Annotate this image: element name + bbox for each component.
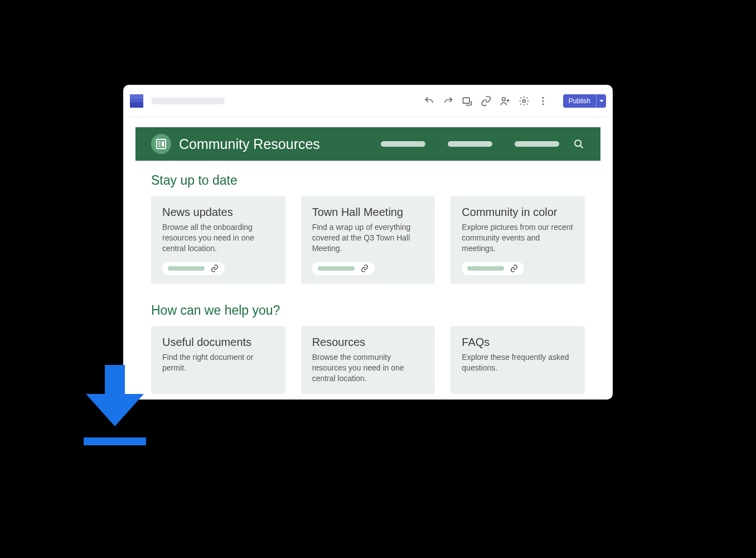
svg-point-8 <box>542 103 544 105</box>
svg-rect-11 <box>158 143 161 145</box>
settings-icon[interactable] <box>518 95 530 107</box>
nav-item-3[interactable] <box>515 141 559 147</box>
card-news-updates[interactable]: News updates Browse all the onboarding r… <box>151 196 285 284</box>
site-header: Community Resources <box>135 127 600 161</box>
card-link-chip[interactable] <box>312 262 375 275</box>
card-link-chip[interactable] <box>162 262 225 275</box>
sites-app-icon[interactable] <box>130 94 143 108</box>
nav-item-2[interactable] <box>448 141 492 147</box>
site-title[interactable]: Community Resources <box>179 136 320 152</box>
preview-icon[interactable] <box>462 95 473 107</box>
svg-rect-2 <box>130 94 143 99</box>
card-title: Useful documents <box>162 336 274 349</box>
card-title: Town Hall Meeting <box>312 206 424 219</box>
publish-button[interactable]: Publish <box>563 94 596 108</box>
app-window: Publish Community Resources Stay up to d… <box>123 85 613 400</box>
more-icon[interactable] <box>537 95 549 107</box>
card-desc: Find a wrap up of everything covered at … <box>312 222 424 254</box>
doc-title-input[interactable] <box>151 98 225 104</box>
chip-text-placeholder <box>168 266 205 271</box>
link-icon <box>510 264 518 273</box>
svg-rect-9 <box>157 140 166 149</box>
section-title-2[interactable]: How can we help you? <box>151 303 585 318</box>
nav-item-1[interactable] <box>381 141 425 147</box>
svg-point-7 <box>542 100 544 102</box>
card-town-hall[interactable]: Town Hall Meeting Find a wrap up of ever… <box>301 196 435 284</box>
publish-split-button: Publish <box>563 94 606 108</box>
redo-icon[interactable] <box>443 95 454 107</box>
site-canvas: Community Resources Stay up to date News… <box>135 127 600 400</box>
undo-icon[interactable] <box>424 95 435 107</box>
card-row-2: Useful documents Find the right document… <box>151 326 585 394</box>
share-icon[interactable] <box>500 95 511 107</box>
svg-point-4 <box>502 97 505 100</box>
publish-dropdown[interactable] <box>596 94 606 108</box>
svg-rect-15 <box>84 437 146 445</box>
svg-rect-13 <box>162 141 164 146</box>
card-row-1: News updates Browse all the onboarding r… <box>151 196 585 284</box>
card-title: Resources <box>312 336 424 349</box>
section-title-1[interactable]: Stay up to date <box>151 173 585 188</box>
card-desc: Find the right document or permit. <box>162 352 274 373</box>
link-icon <box>210 264 219 273</box>
svg-point-14 <box>575 140 581 146</box>
svg-rect-1 <box>130 102 143 108</box>
card-title: News updates <box>162 206 274 219</box>
card-desc: Browse the community resources you need … <box>312 352 424 384</box>
search-icon[interactable] <box>573 138 585 150</box>
link-icon <box>360 264 369 273</box>
svg-rect-12 <box>158 146 161 147</box>
card-community-color[interactable]: Community in color Explore pictures from… <box>450 196 585 284</box>
card-title: Community in color <box>462 206 574 219</box>
card-desc: Browse all the onboarding resources you … <box>162 222 274 254</box>
card-link-chip[interactable] <box>462 262 524 275</box>
card-useful-documents[interactable]: Useful documents Find the right document… <box>151 326 285 394</box>
site-content: Stay up to date News updates Browse all … <box>135 161 600 394</box>
site-logo-icon <box>151 134 171 154</box>
chip-text-placeholder <box>318 266 355 271</box>
svg-rect-3 <box>463 98 469 103</box>
link-icon[interactable] <box>481 95 492 107</box>
chip-text-placeholder <box>467 266 504 271</box>
app-bar: Publish <box>123 85 613 117</box>
card-desc: Explore pictures from our recent communi… <box>462 222 574 254</box>
download-arrow-icon <box>84 365 146 445</box>
svg-point-6 <box>542 97 544 98</box>
card-desc: Explore these frequently asked questions… <box>462 352 574 373</box>
card-faqs[interactable]: FAQs Explore these frequently asked ques… <box>450 326 585 394</box>
card-title: FAQs <box>462 336 574 349</box>
svg-rect-10 <box>158 141 161 142</box>
svg-point-5 <box>522 99 525 102</box>
toolbar: Publish <box>424 94 606 108</box>
card-resources[interactable]: Resources Browse the community resources… <box>301 326 435 394</box>
